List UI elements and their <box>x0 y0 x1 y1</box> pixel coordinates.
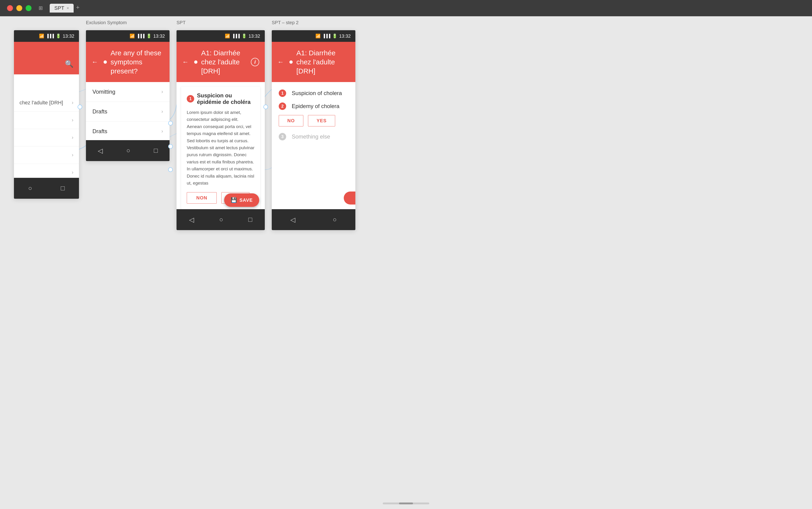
battery-icon-3: 🔋 <box>242 33 247 39</box>
back-button-4[interactable]: ← <box>277 58 284 66</box>
btn-row-4: NO YES <box>274 113 353 130</box>
connector-dot-2c <box>168 167 173 172</box>
square-nav-3[interactable]: □ <box>248 216 252 223</box>
back-button-2[interactable]: ← <box>91 58 98 66</box>
screen-3-wrapper: SPT 📶 ▐▐▐ 🔋 13:32 ← A1: Diarrhée chez l'… <box>177 30 265 230</box>
status-icons-4: 📶 ▐▐▐ 🔋 13:32 <box>316 33 351 39</box>
traffic-lights <box>7 5 32 11</box>
symptom-item-3[interactable]: Drafts › <box>86 122 170 141</box>
phone-screen-1: 📶 ▐▐▐ 🔋 13:32 🔍 e abdominal chez l'adult… <box>14 30 79 199</box>
chevron-right-1: › <box>72 100 73 106</box>
screen3-header: ← A1: Diarrhée chez l'adulte [DRH] i <box>177 42 265 82</box>
main-area: 📶 ▐▐▐ 🔋 13:32 🔍 e abdominal chez l'adult… <box>0 16 812 509</box>
square-nav-2[interactable]: □ <box>154 147 158 154</box>
dot-indicator-2 <box>104 61 107 64</box>
battery-icon-2: 🔋 <box>146 33 151 39</box>
signal-icon-1: ▐▐▐ <box>46 34 54 38</box>
chevron-right-2: › <box>72 117 73 123</box>
screen4-title: A1: Diarrhée chez l'adulte [DRH] <box>296 48 350 75</box>
time-1: 13:32 <box>63 33 74 39</box>
symptom-item-2[interactable]: Drafts › <box>86 102 170 122</box>
screen2-title: Are any of these symptoms present? <box>111 48 164 75</box>
search-icon-1[interactable]: 🔍 <box>65 60 73 68</box>
btn-yes-4[interactable]: YES <box>308 115 335 127</box>
save-icon: 💾 <box>231 197 237 203</box>
bottom-nav-4: ◁ ○ <box>272 209 355 230</box>
status-bar-2: 📶 ▐▐▐ 🔋 13:32 <box>86 30 170 42</box>
battery-icon-4: 🔋 <box>332 33 337 39</box>
screen-1-wrapper: 📶 ▐▐▐ 🔋 13:32 🔍 e abdominal chez l'adult… <box>14 30 79 199</box>
status-icons-1: 📶 ▐▐▐ 🔋 13:32 <box>39 33 74 39</box>
screen1-item-4[interactable]: › <box>14 146 79 164</box>
active-tab[interactable]: SPT × <box>50 4 74 12</box>
question-body-3: Lorem ipsum dolor sit amet, consectetur … <box>187 109 255 186</box>
browser-chrome: ⊞ SPT × + <box>0 0 812 16</box>
q-num-4-1: 1 <box>279 90 286 97</box>
phone-screen-2: 📶 ▐▐▐ 🔋 13:32 ← Are any of these symptom… <box>86 30 170 161</box>
question-title-3: Suspicion ou épidémie de choléra <box>197 92 255 105</box>
square-nav-1[interactable]: □ <box>61 184 65 192</box>
chevron-symptom-3: › <box>161 128 163 134</box>
screen1-item-2[interactable]: › <box>14 111 79 129</box>
home-nav-4[interactable]: ○ <box>333 216 337 223</box>
wifi-icon-1: 📶 <box>39 33 44 39</box>
dot-indicator-3 <box>194 61 197 64</box>
tab-close-button[interactable]: × <box>67 6 69 11</box>
fab-partial-4 <box>344 192 355 205</box>
screen3-title: A1: Diarrhée chez l'adulte [DRH] <box>201 48 251 75</box>
screen2-header: ← Are any of these symptoms present? <box>86 42 170 82</box>
phone-screen-3: 📶 ▐▐▐ 🔋 13:32 ← A1: Diarrhée chez l'adul… <box>177 30 265 230</box>
btn-non-3[interactable]: NON <box>187 192 217 204</box>
time-4: 13:32 <box>339 33 351 39</box>
maximize-traffic-light[interactable] <box>26 5 32 11</box>
screen-label-3: SPT <box>177 20 186 25</box>
screen-4-wrapper: SPT – step 2 📶 ▐▐▐ 🔋 13:32 ← A1: Diarrhé… <box>272 30 355 230</box>
q-title-4-2: Epidemy of cholera <box>292 103 339 109</box>
close-traffic-light[interactable] <box>7 5 13 11</box>
screen-2-wrapper: Exclusion Symptom 📶 ▐▐▐ 🔋 13:32 ← Are an… <box>86 30 170 161</box>
back-button-3[interactable]: ← <box>182 58 189 66</box>
screen1-item-3[interactable]: › <box>14 129 79 146</box>
btn-no-4[interactable]: NO <box>279 115 303 127</box>
back-nav-4[interactable]: ◁ <box>290 216 295 224</box>
chevron-right-3: › <box>72 135 73 141</box>
back-nav-2[interactable]: ◁ <box>98 147 103 155</box>
connector-dot-3 <box>263 105 268 109</box>
chevron-right-5: › <box>72 169 73 175</box>
wifi-icon-2: 📶 <box>130 33 135 39</box>
scrollbar-thumb <box>399 503 413 504</box>
wifi-icon-3: 📶 <box>225 33 230 39</box>
screen1-item-1[interactable]: chez l'adulte [DRH] › <box>14 94 79 111</box>
status-bar-3: 📶 ▐▐▐ 🔋 13:32 <box>177 30 265 42</box>
q-title-4-1: Suspicion of cholera <box>292 90 342 97</box>
new-tab-button[interactable]: + <box>76 4 79 12</box>
battery-icon-1: 🔋 <box>56 33 61 39</box>
connector-dot-1 <box>78 105 82 109</box>
q-title-4-3: Something else <box>292 133 330 140</box>
fab-save-button[interactable]: 💾 SAVE <box>224 193 259 207</box>
signal-icon-4: ▐▐▐ <box>322 34 330 38</box>
question-number-3: 1 <box>187 95 194 102</box>
chevron-symptom-1: › <box>161 89 163 95</box>
screen1-header: 🔍 <box>14 42 79 74</box>
info-button-3[interactable]: i <box>251 58 259 66</box>
back-nav-3[interactable]: ◁ <box>189 216 194 224</box>
screen-label-2: Exclusion Symptom <box>86 20 127 25</box>
dot-indicator-4 <box>289 61 293 64</box>
answer-option-3: 3 Something else <box>274 130 353 143</box>
wifi-icon-4: 📶 <box>316 33 321 39</box>
browser-tabs: SPT × + <box>50 4 80 12</box>
screen4-header: ← A1: Diarrhée chez l'adulte [DRH] <box>272 42 355 82</box>
bottom-nav-1: ○ □ <box>14 178 79 199</box>
home-nav-3[interactable]: ○ <box>219 216 223 223</box>
home-nav-2[interactable]: ○ <box>126 147 130 154</box>
q-num-4-2: 2 <box>279 102 286 110</box>
screen1-partial-title: e abdominal <box>14 74 79 94</box>
symptom-item-1[interactable]: Vomitting › <box>86 82 170 102</box>
home-nav-1[interactable]: ○ <box>28 184 32 192</box>
horizontal-scrollbar[interactable] <box>383 503 429 504</box>
signal-icon-2: ▐▐▐ <box>137 34 144 38</box>
minimize-traffic-light[interactable] <box>16 5 22 11</box>
question-title-row-3: 1 Suspicion ou épidémie de choléra <box>187 92 255 105</box>
q-num-4-3: 3 <box>279 133 286 140</box>
